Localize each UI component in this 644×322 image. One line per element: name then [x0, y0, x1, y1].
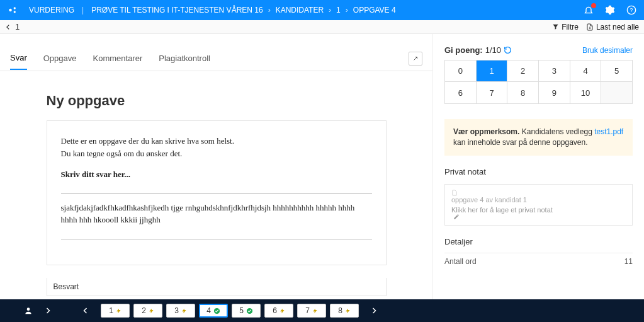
score-cell-7[interactable]: 7	[477, 82, 508, 103]
score-cell-4[interactable]: 4	[570, 60, 602, 82]
question-button-8[interactable]: 8	[330, 304, 359, 318]
top-bar: VURDERING | PRØVE TIL TESTING I IT-TJENE…	[0, 0, 644, 20]
question-button-4[interactable]: 4	[199, 304, 228, 318]
prev-question-button[interactable]	[82, 307, 89, 314]
next-candidate-button[interactable]	[44, 307, 52, 314]
use-decimals-link[interactable]: Bruk desimaler	[582, 46, 633, 55]
score-label: Gi poeng:	[444, 45, 483, 55]
download-all-button[interactable]: Last ned alle	[586, 23, 639, 32]
note-context: oppgave 4 av kandidat 1	[451, 190, 626, 204]
bolt-icon	[149, 308, 154, 314]
check-icon	[246, 308, 253, 314]
current-candidate: 1	[15, 22, 20, 32]
question-button-1[interactable]: 1	[101, 304, 130, 318]
detail-row-words: Antall ord 11	[444, 253, 633, 266]
right-pane: Gi poeng: 1/10 Bruk desimaler 012345 678…	[433, 34, 644, 299]
words-label: Antall ord	[444, 257, 477, 266]
score-cell-1[interactable]: 1	[477, 60, 508, 82]
settings-button[interactable]	[605, 5, 615, 15]
prev-candidate-button[interactable]	[5, 24, 11, 30]
tab-svar[interactable]: Svar	[10, 53, 27, 70]
question-button-6[interactable]: 6	[264, 304, 293, 318]
bolt-icon	[116, 308, 121, 314]
words-value: 11	[624, 257, 633, 266]
reset-score-button[interactable]	[504, 46, 512, 54]
bolt-icon	[345, 308, 351, 314]
bottom-bar: 12345678	[0, 299, 644, 322]
private-note-heading: Privat notat	[444, 167, 633, 180]
tabs-row: Svar Oppgave Kommentarer Plagiatkontroll	[0, 34, 432, 71]
breadcrumb-divider: |	[78, 6, 88, 14]
svg-point-5	[27, 308, 30, 311]
tab-plagiat[interactable]: Plagiatkontroll	[159, 54, 210, 69]
question-buttons: 12345678	[101, 304, 359, 318]
breadcrumb-item-0[interactable]: PRØVE TIL TESTING I IT-TJENESTEN VÅREN 1…	[88, 6, 267, 14]
sub-bar: 1 Filtre Last ned alle	[0, 20, 644, 34]
task-line-1: Dette er en oppgave der du kan skrive hv…	[61, 135, 372, 147]
question-button-5[interactable]: 5	[232, 304, 261, 318]
score-cell-3[interactable]: 3	[539, 60, 570, 82]
score-cell-9[interactable]: 9	[539, 82, 570, 103]
score-grid: 012345 678910	[444, 60, 633, 104]
question-button-7[interactable]: 7	[297, 304, 326, 318]
answer-paper: Dette er en oppgave der du kan skrive hv…	[47, 120, 387, 265]
separator	[61, 193, 372, 194]
filter-button[interactable]: Filtre	[552, 23, 579, 32]
answer-status: Besvart	[47, 278, 387, 296]
notification-dot	[591, 3, 596, 8]
score-cell-5[interactable]: 5	[601, 60, 633, 82]
breadcrumb-root[interactable]: VURDERING	[25, 6, 78, 14]
breadcrumb-item-1[interactable]: KANDIDATER	[272, 6, 327, 14]
alert-strong: Vær oppmerksom.	[453, 127, 519, 136]
score-current: 1/10	[485, 45, 501, 55]
page-title: Ny oppgave	[47, 93, 387, 109]
details-heading: Detaljer	[444, 237, 633, 250]
task-prompt: Skriv ditt svar her...	[61, 168, 372, 181]
svg-point-2	[14, 11, 16, 13]
score-cell-10[interactable]: 10	[570, 82, 602, 103]
score-cell-0[interactable]: 0	[445, 60, 477, 82]
score-cell-empty	[601, 82, 633, 103]
notifications-button[interactable]	[584, 5, 594, 15]
tab-oppgave[interactable]: Oppgave	[43, 54, 77, 69]
score-header: Gi poeng: 1/10 Bruk desimaler	[433, 34, 644, 60]
main-area: Svar Oppgave Kommentarer Plagiatkontroll…	[0, 34, 644, 299]
help-button[interactable]: ?	[626, 5, 636, 15]
bolt-icon	[312, 308, 318, 314]
score-cell-2[interactable]: 2	[507, 60, 539, 82]
content-scroll[interactable]: Ny oppgave Dette er en oppgave der du ka…	[0, 71, 432, 299]
svg-point-0	[9, 9, 12, 12]
question-button-3[interactable]: 3	[166, 304, 195, 318]
check-icon	[213, 308, 220, 314]
answer-line-2: hhhh hhh hkoooll kkkii jjhghh	[61, 214, 372, 226]
candidate-icon[interactable]	[24, 306, 33, 315]
bolt-icon	[280, 308, 285, 314]
separator	[61, 239, 372, 239]
note-placeholder: Klikk her for å lage et privat notat	[451, 206, 626, 220]
breadcrumb-item-2[interactable]: 1	[332, 6, 344, 14]
task-line-2: Du kan tegne også om du ønsker det.	[61, 147, 372, 160]
bolt-icon	[181, 308, 187, 314]
chevron-right-icon: ›	[344, 6, 349, 14]
tab-kommentarer[interactable]: Kommentarer	[93, 54, 143, 69]
app-logo	[8, 4, 19, 16]
breadcrumb-item-3[interactable]: OPPGAVE 4	[349, 6, 400, 14]
answer-line-1: sjakfjdakjfadkfhkadfhkashfjkedh tjge rnh…	[61, 202, 372, 214]
svg-point-1	[14, 7, 16, 9]
alert-text-1: Kandidatens vedlegg	[519, 127, 594, 136]
expand-button[interactable]	[409, 52, 422, 66]
next-question-button[interactable]	[370, 307, 378, 314]
alert-text-2: kan inneholde svar på denne oppgaven.	[453, 138, 588, 147]
question-button-2[interactable]: 2	[133, 304, 162, 318]
left-pane: Svar Oppgave Kommentarer Plagiatkontroll…	[0, 34, 433, 299]
chevron-right-icon: ›	[267, 6, 272, 14]
score-cell-6[interactable]: 6	[445, 82, 477, 103]
svg-text:?: ?	[630, 7, 633, 13]
attachment-link[interactable]: test1.pdf	[594, 127, 623, 136]
private-note-box[interactable]: oppgave 4 av kandidat 1 Klikk her for å …	[444, 184, 633, 226]
score-cell-8[interactable]: 8	[507, 82, 539, 103]
chevron-right-icon: ›	[327, 6, 332, 14]
attachment-alert: Vær oppmerksom. Kandidatens vedlegg test…	[444, 119, 633, 156]
